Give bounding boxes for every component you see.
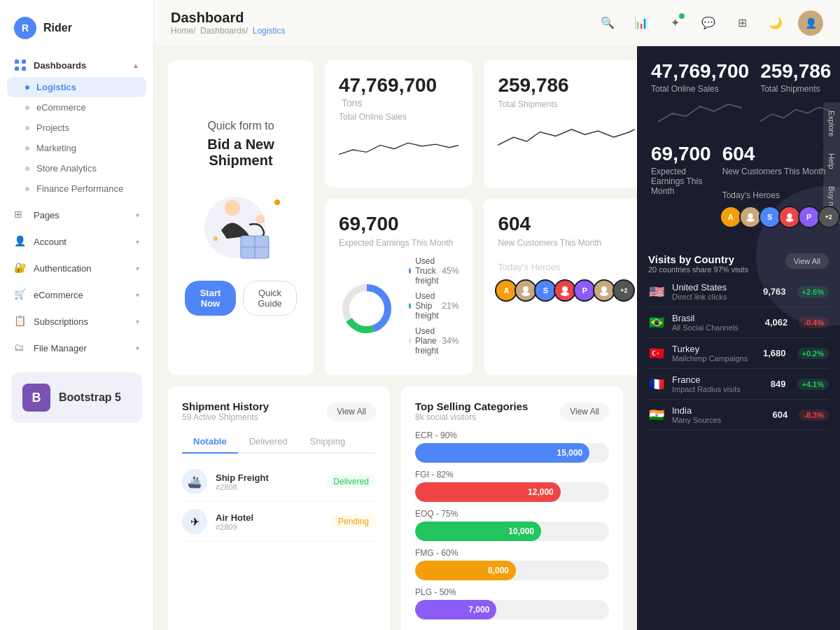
- tab-notable[interactable]: Notable: [182, 430, 238, 454]
- country-info: Brasil All Social Channels: [672, 313, 758, 332]
- app-name: Rider: [43, 22, 72, 34]
- sidebar-item-ecommerce-label: eCommerce: [36, 102, 86, 113]
- top-row: Quick form to Bid a New Shipment: [168, 60, 623, 375]
- app-logo[interactable]: R Rider: [0, 11, 153, 53]
- sidebar-nav-file-manager[interactable]: 🗂 File Manager ▾: [0, 335, 153, 361]
- auth-icon: 🔐: [14, 262, 27, 274]
- country-name: Turkey: [672, 344, 756, 354]
- grid-icon[interactable]: ⊞: [731, 12, 753, 34]
- country-visits: 849: [771, 379, 786, 389]
- truck-dot: [409, 268, 411, 274]
- quick-guide-button[interactable]: Quick Guide: [243, 281, 297, 316]
- sidebar-item-projects-label: Projects: [36, 122, 69, 133]
- bar-item-fmg: FMG - 60% 8,000: [415, 548, 609, 580]
- country-item-br: 🇧🇷 Brasil All Social Channels 4,062 -0.4…: [648, 307, 829, 338]
- rp-customers-stat: 604 New Customers This Month Today's Her…: [722, 143, 840, 228]
- svg-point-6: [256, 215, 265, 224]
- legend-truck-pct: 45%: [442, 266, 458, 276]
- promo-buttons: Start Now Quick Guide: [185, 281, 297, 316]
- sidebar-nav-subscriptions-label: Subscriptions: [34, 316, 88, 327]
- sidebar-item-marketing[interactable]: Marketing: [0, 138, 153, 158]
- dot-icon: [25, 146, 29, 150]
- sidebar-nav-pages-label: Pages: [34, 210, 59, 220]
- dot-icon: [25, 167, 29, 171]
- chart-icon[interactable]: 📊: [630, 12, 652, 34]
- green-dot-container: ✦: [664, 12, 686, 34]
- header-left: Dashboard Home/ Dashboards/ Logistics: [171, 10, 285, 36]
- file-manager-icon: 🗂: [14, 342, 27, 354]
- heroes-title: Today's Heroes: [498, 262, 635, 272]
- chevron-down-icon: ▾: [136, 211, 139, 219]
- legend-plane-label: Used Plane freight: [415, 326, 442, 356]
- legend-plane-pct: 34%: [442, 336, 458, 346]
- chevron-down-icon: ▾: [136, 238, 139, 246]
- country-source: Direct link clicks: [672, 293, 756, 301]
- user-avatar[interactable]: 👤: [798, 10, 823, 36]
- country-source: All Social Channels: [672, 323, 758, 332]
- sidebar-nav-ecommerce-label: eCommerce: [34, 290, 83, 300]
- shipment-name: Air Hotel: [216, 512, 323, 523]
- visits-view-all-button[interactable]: View All: [785, 253, 829, 269]
- sidebar-item-projects[interactable]: Projects: [0, 118, 153, 138]
- new-customers-card: 604 New Customers This Month Today's Her…: [484, 199, 637, 375]
- sidebar-item-store-analytics[interactable]: Store Analytics: [0, 158, 153, 178]
- total-sales-card: 47,769,700 Tons Total Online Sales: [325, 60, 472, 188]
- total-sales-unit: Tons: [342, 97, 363, 108]
- tab-shipping[interactable]: Shipping: [299, 430, 357, 454]
- ship-dot: [409, 303, 411, 309]
- sidebar-nav-auth-label: Authentication: [34, 263, 91, 274]
- search-icon[interactable]: 🔍: [596, 12, 619, 34]
- sidebar-item-finance-performance[interactable]: Finance Performance: [0, 178, 153, 199]
- bar-label: EOQ - 75%: [415, 509, 609, 519]
- svg-rect-3: [22, 66, 26, 71]
- country-visits: 4,062: [765, 317, 788, 328]
- sidebar-nav-account-label: Account: [34, 237, 66, 247]
- sidebar-item-logistics[interactable]: Logistics: [7, 77, 146, 97]
- total-sales-label: Total Online Sales: [339, 112, 458, 122]
- bootstrap-promo: B Bootstrap 5: [11, 372, 142, 423]
- sidebar-nav-subscriptions[interactable]: 📋 Subscriptions ▾: [0, 308, 153, 335]
- sidebar-item-finance-performance-label: Finance Performance: [36, 183, 123, 194]
- hero-avatar: [778, 206, 801, 228]
- chevron-down-icon: ▾: [136, 265, 139, 272]
- country-item-in: 🇮🇳 India Many Sources 604 -8.3%: [648, 400, 829, 430]
- legend-item-ship: Used Ship freight 21%: [409, 291, 458, 321]
- sidebar-nav-authentication[interactable]: 🔐 Authentication ▾: [0, 255, 153, 281]
- top-selling-subtitle: 8k social visitors: [415, 412, 528, 422]
- shipment-id: #2809: [216, 523, 323, 531]
- hero-avatar: A: [720, 206, 742, 228]
- rp-sales-stat: 47,769,700 Total Online Sales: [651, 60, 749, 132]
- earnings-card: 69,700 Expected Earnings This Month: [325, 199, 472, 375]
- section-dashboards-header[interactable]: Dashboards ▲: [0, 53, 153, 77]
- chat-icon[interactable]: 💬: [697, 12, 720, 34]
- svg-point-5: [225, 200, 240, 216]
- legend-ship-label: Used Ship freight: [415, 291, 442, 321]
- notification-dot: [679, 13, 685, 19]
- subscriptions-icon: 📋: [14, 315, 27, 328]
- sidebar-nav-account[interactable]: 👤 Account ▾: [0, 228, 153, 255]
- hero-avatar: [739, 206, 762, 228]
- moon-icon[interactable]: 🌙: [764, 12, 787, 34]
- country-source: Impact Radius visits: [672, 385, 764, 393]
- total-sales-number: 47,769,700: [339, 74, 437, 96]
- chevron-down-icon: ▾: [136, 318, 139, 326]
- country-change: -0.4%: [799, 317, 829, 328]
- selling-view-all-button[interactable]: View All: [560, 402, 609, 421]
- shipment-view-all-button[interactable]: View All: [327, 402, 376, 421]
- country-info: France Impact Radius visits: [672, 374, 764, 393]
- hero-avatar: S: [759, 206, 781, 228]
- heroes-avatars: A S P +2: [498, 279, 635, 302]
- tab-delivered[interactable]: Delivered: [238, 430, 299, 454]
- legend-ship-pct: 21%: [442, 301, 458, 311]
- sidebar-item-ecommerce[interactable]: eCommerce: [0, 97, 153, 118]
- bar-item-plg: PLG - 50% 7,000: [415, 587, 609, 620]
- breadcrumb: Home/ Dashboards/ Logistics: [171, 26, 285, 36]
- start-now-button[interactable]: Start Now: [185, 281, 236, 316]
- heroes-section: Today's Heroes A S P: [498, 262, 635, 302]
- svg-point-18: [561, 292, 569, 296]
- sidebar-item-marketing-label: Marketing: [36, 143, 76, 153]
- sidebar-nav-pages[interactable]: ⊞ Pages ▾: [0, 202, 153, 228]
- top-selling-card: Top Selling Categories 8k social visitor…: [401, 386, 623, 630]
- country-visits: 604: [773, 410, 788, 420]
- sidebar-nav-ecommerce[interactable]: 🛒 eCommerce ▾: [0, 281, 153, 308]
